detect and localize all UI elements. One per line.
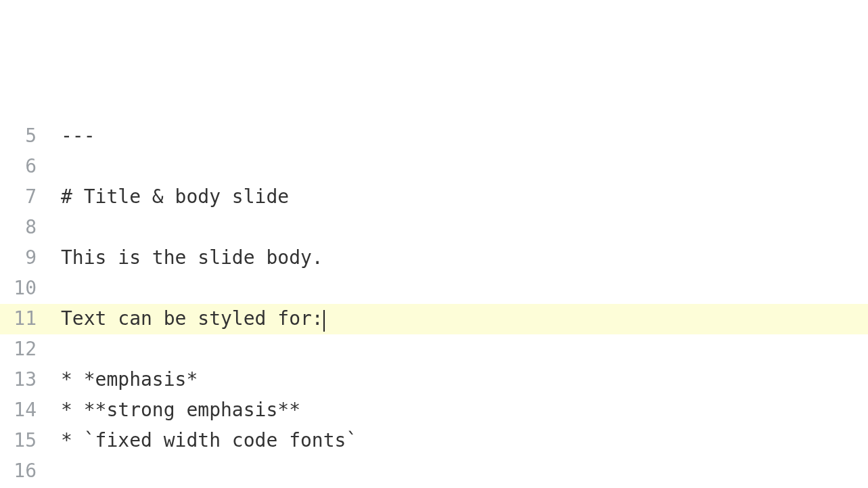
editor-line[interactable]: 11Text can be styled for: bbox=[0, 304, 868, 334]
editor-line[interactable]: 12 bbox=[0, 334, 868, 365]
line-number: 14 bbox=[0, 395, 41, 426]
editor-line[interactable]: 16 bbox=[0, 456, 868, 487]
line-content[interactable]: This is the slide body. bbox=[41, 243, 323, 273]
line-number: 9 bbox=[0, 243, 41, 273]
code-token: --- bbox=[61, 125, 95, 147]
code-editor[interactable]: 5---67# Title & body slide89This is the … bbox=[0, 121, 868, 488]
line-number: 6 bbox=[0, 152, 41, 182]
code-token: This is the slide body. bbox=[61, 246, 323, 269]
line-number: 15 bbox=[0, 426, 41, 456]
line-content[interactable]: Text can be styled for: bbox=[41, 304, 325, 334]
line-number: 12 bbox=[0, 334, 41, 365]
line-number: 5 bbox=[0, 121, 41, 152]
code-token: Text can be styled for: bbox=[61, 307, 323, 330]
code-token: * `fixed width code fonts` bbox=[61, 429, 357, 451]
editor-line[interactable]: 5--- bbox=[0, 121, 868, 152]
line-content[interactable]: * *emphasis* bbox=[41, 365, 198, 395]
editor-line[interactable]: 6 bbox=[0, 152, 868, 182]
line-number: 16 bbox=[0, 456, 41, 487]
code-token: * *emphasis* bbox=[61, 368, 198, 391]
line-number: 8 bbox=[0, 213, 41, 243]
line-number: 10 bbox=[0, 273, 41, 304]
text-cursor bbox=[323, 310, 325, 332]
line-content[interactable]: * `fixed width code fonts` bbox=[41, 426, 357, 456]
editor-line[interactable]: 7# Title & body slide bbox=[0, 182, 868, 213]
line-number: 13 bbox=[0, 365, 41, 395]
line-content[interactable]: # Title & body slide bbox=[41, 182, 289, 213]
editor-line[interactable]: 10 bbox=[0, 273, 868, 304]
code-token: * **strong emphasis** bbox=[61, 399, 300, 421]
editor-line[interactable]: 8 bbox=[0, 213, 868, 243]
editor-line[interactable]: 14* **strong emphasis** bbox=[0, 395, 868, 426]
line-content[interactable]: --- bbox=[41, 121, 95, 152]
editor-line[interactable]: 13* *emphasis* bbox=[0, 365, 868, 395]
line-content[interactable]: * **strong emphasis** bbox=[41, 395, 300, 426]
editor-line[interactable]: 9This is the slide body. bbox=[0, 243, 868, 273]
editor-line[interactable]: 15* `fixed width code fonts` bbox=[0, 426, 868, 456]
line-number: 7 bbox=[0, 182, 41, 213]
line-number: 11 bbox=[0, 304, 41, 334]
code-token: # Title & body slide bbox=[61, 185, 289, 208]
